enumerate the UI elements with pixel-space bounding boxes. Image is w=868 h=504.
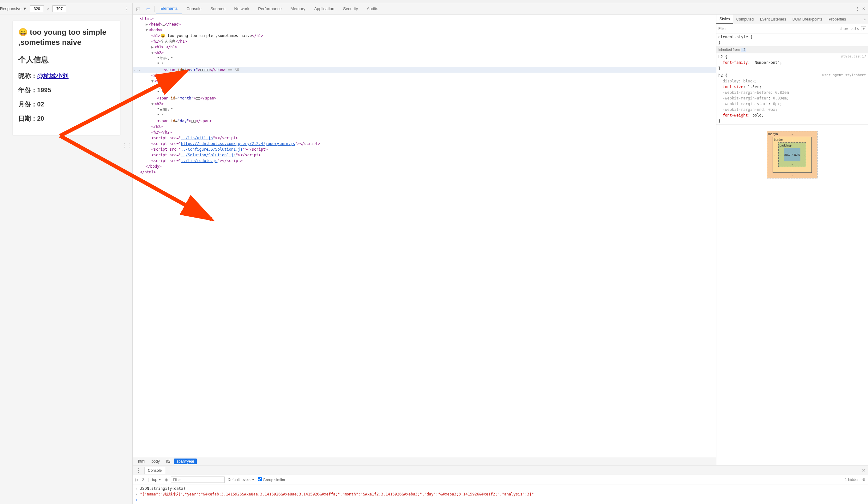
dom-node[interactable]: <script src="../lib/module.js"></script> (133, 158, 716, 164)
dom-node[interactable]: </html> (133, 169, 716, 175)
dom-breadcrumb: html body h2 span#year (133, 457, 716, 465)
console-output[interactable]: ›JSON.stringify(data) ‹"{"name":"@杭城小刘",… (133, 484, 868, 504)
dom-node[interactable]: <h2></h2> (133, 129, 716, 135)
console-filter-input[interactable] (171, 476, 225, 483)
inspect-icon[interactable]: ◰ (133, 6, 143, 11)
device-width-input[interactable] (30, 6, 44, 12)
year-line: 年份：1995 (18, 86, 114, 94)
tab-application[interactable]: Application (310, 3, 339, 14)
info-title: 个人信息 (18, 55, 114, 65)
source-text: user agent stylesheet (822, 73, 866, 78)
elements-panel: <html> ▶<head>…</head> ▼<body> <h1>😄 too… (133, 14, 716, 465)
dom-node[interactable]: <h1>个人信息</h1> (133, 39, 716, 44)
breadcrumb-item-selected[interactable]: span#year (174, 459, 197, 464)
devtools-pane: ◰ ▭ Elements Console Sources Network Per… (133, 3, 868, 504)
tab-sources[interactable]: Sources (206, 3, 230, 14)
hov-toggle[interactable]: :hov (839, 27, 848, 31)
console-tab[interactable]: Console (144, 467, 165, 474)
log-levels-select[interactable]: Default levels ▼ (228, 477, 255, 482)
inherited-header: Inherited from h2 (716, 46, 868, 53)
console-prompt[interactable]: › (135, 497, 866, 503)
kebab-icon[interactable]: ⋮ (124, 6, 129, 12)
tab-network[interactable]: Network (230, 3, 254, 14)
dom-node[interactable]: ▼<h2> (133, 50, 716, 55)
kebab-icon[interactable]: ⋮ (135, 467, 141, 474)
add-rule-icon[interactable]: + (861, 26, 866, 31)
dom-text[interactable]: "年份：" (133, 55, 716, 61)
styles-filter-input[interactable] (718, 27, 839, 31)
group-similar-checkbox[interactable]: Group similar (258, 477, 286, 482)
dom-node[interactable]: ▼<body> (133, 27, 716, 33)
more-icon[interactable]: » (861, 17, 868, 21)
dom-node[interactable]: <span id="month">□□</span> (133, 95, 716, 101)
context-select[interactable]: top ▼ (152, 477, 162, 482)
resize-handle-icon[interactable]: ⋮⋮ (122, 142, 131, 149)
tab-console[interactable]: Console (182, 3, 206, 14)
dom-node[interactable]: <script src="../Solution/Solution1.js"><… (133, 152, 716, 158)
dom-node[interactable]: ▼<h2> (133, 78, 716, 84)
breadcrumb-item[interactable]: h2 (164, 459, 173, 464)
dom-node[interactable]: ▶<h1>…</h1> (133, 44, 716, 50)
dom-text[interactable]: "月份：" (133, 84, 716, 90)
dom-node[interactable]: <script src="https://cdn.bootcss.com/jqu… (133, 141, 716, 147)
device-mode-select[interactable]: Responsive ▼ (0, 6, 27, 11)
dom-text[interactable]: "日期：" (133, 107, 716, 113)
browser-toolbar (0, 0, 868, 3)
device-height-input[interactable] (52, 6, 66, 12)
hidden-count[interactable]: 1 hidden (845, 477, 859, 482)
styles-tab-listeners[interactable]: Event Listeners (757, 14, 789, 24)
play-icon[interactable]: ▷ (135, 477, 138, 482)
close-icon[interactable]: ✕ (862, 468, 866, 473)
styles-tab-properties[interactable]: Properties (825, 14, 849, 24)
kebab-icon[interactable]: ⋮ (855, 6, 859, 11)
styles-tab-dom-bp[interactable]: DOM Breakpoints (789, 14, 826, 24)
gear-icon[interactable]: ⚙ (862, 477, 866, 482)
device-toolbar: Responsive ▼ × ⋮ (0, 3, 132, 14)
nickname-line: 昵称：@杭城小刘 (18, 72, 114, 80)
source-link[interactable]: style.css:17 (841, 54, 866, 59)
dom-node-selected[interactable]: <span id="year">□□□□</span> == $0 (133, 67, 716, 73)
dom-node[interactable]: <html> (133, 16, 716, 21)
styles-tabbar: Styles Computed Event Listeners DOM Brea… (716, 14, 868, 24)
device-pane: Responsive ▼ × ⋮ 😄 too young too simple … (0, 3, 133, 504)
console-drawer: ⋮ Console ✕ ▷ ⊘ | top ▼ ◉ Default levels… (133, 465, 868, 504)
dom-text[interactable]: " " (133, 113, 716, 118)
box-model: margin---- border---- padding---- auto ×… (716, 125, 868, 185)
tab-security[interactable]: Security (339, 3, 362, 14)
cls-toggle[interactable]: .cls (850, 27, 859, 31)
rule-element-style[interactable]: element.style { } (716, 33, 868, 46)
dom-node[interactable]: <script src="../ConfigureJS/Solution1.js… (133, 147, 716, 152)
dom-text[interactable]: " " (133, 61, 716, 67)
rule-h2-ua[interactable]: user agent stylesheet h2 { display: bloc… (716, 72, 868, 125)
tab-audits[interactable]: Audits (362, 3, 383, 14)
dom-tree[interactable]: <html> ▶<head>…</head> ▼<body> <h1>😄 too… (133, 14, 716, 457)
chevron-down-icon: ▼ (252, 478, 255, 481)
main-split: Responsive ▼ × ⋮ 😄 too young too simple … (0, 3, 868, 504)
dom-node[interactable]: ▼<h2> (133, 101, 716, 107)
dom-node[interactable]: </h2> (133, 124, 716, 129)
eye-icon[interactable]: ◉ (165, 477, 168, 482)
emoji-icon: 😄 (18, 28, 28, 36)
dom-node[interactable]: <script src="../lib/util.js"></script> (133, 135, 716, 141)
styles-tab-styles[interactable]: Styles (716, 14, 733, 24)
nickname-link[interactable]: @杭城小刘 (37, 72, 69, 79)
clear-icon[interactable]: ⊘ (142, 477, 145, 482)
dom-node[interactable]: </body> (133, 164, 716, 169)
close-icon[interactable]: ✕ (862, 6, 866, 11)
tab-performance[interactable]: Performance (254, 3, 286, 14)
console-result: ‹"{"name":"@杭城小刘","year":"&#xefab;3.1415… (135, 491, 866, 497)
dom-node[interactable]: </h2> (133, 73, 716, 78)
dom-node[interactable]: <span id="day">□□</span> (133, 118, 716, 124)
tab-memory[interactable]: Memory (286, 3, 310, 14)
breadcrumb-item[interactable]: html (135, 459, 148, 464)
chevron-down-icon: ▼ (158, 478, 162, 481)
rule-h2-author[interactable]: style.css:17 h2 { font-family: "NumberFo… (716, 53, 868, 72)
dom-text[interactable]: " " (133, 90, 716, 95)
device-toggle-icon[interactable]: ▭ (143, 6, 153, 11)
styles-tab-computed[interactable]: Computed (733, 14, 757, 24)
dom-node[interactable]: ▶<head>…</head> (133, 21, 716, 27)
tab-elements[interactable]: Elements (156, 3, 182, 14)
breadcrumb-item[interactable]: body (149, 459, 162, 464)
dom-node[interactable]: <h1>😄 too young too simple ,sometimes na… (133, 33, 716, 39)
console-header: ⋮ Console ✕ (133, 465, 868, 475)
